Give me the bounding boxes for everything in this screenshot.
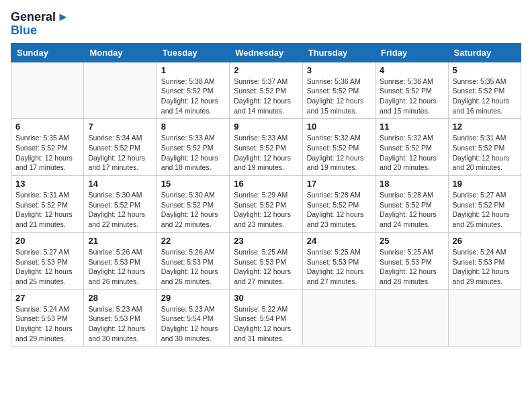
calendar-cell: 22Sunrise: 5:26 AM Sunset: 5:53 PM Dayli… [157,232,229,289]
day-info: Sunrise: 5:28 AM Sunset: 5:52 PM Dayligh… [380,190,443,230]
calendar-cell: 21Sunrise: 5:26 AM Sunset: 5:53 PM Dayli… [84,232,157,289]
calendar-cell: 9Sunrise: 5:33 AM Sunset: 5:52 PM Daylig… [230,119,302,176]
calendar-cell: 1Sunrise: 5:38 AM Sunset: 5:52 PM Daylig… [157,62,229,119]
day-info: Sunrise: 5:27 AM Sunset: 5:53 PM Dayligh… [15,247,79,287]
day-number: 29 [161,293,225,303]
calendar-cell: 15Sunrise: 5:30 AM Sunset: 5:52 PM Dayli… [157,176,229,233]
calendar-cell: 25Sunrise: 5:25 AM Sunset: 5:53 PM Dayli… [375,232,448,289]
logo: General► Blue [11,11,69,38]
day-of-week-header: Sunday [11,43,84,62]
day-number: 1 [161,65,225,75]
calendar-cell [84,62,157,119]
calendar-cell: 26Sunrise: 5:24 AM Sunset: 5:53 PM Dayli… [448,232,521,289]
day-number: 24 [307,236,371,246]
day-number: 25 [380,236,443,246]
calendar-cell: 19Sunrise: 5:27 AM Sunset: 5:52 PM Dayli… [448,176,521,233]
day-number: 14 [88,179,152,189]
day-number: 6 [15,122,79,132]
calendar-cell: 30Sunrise: 5:22 AM Sunset: 5:54 PM Dayli… [230,289,302,347]
day-number: 28 [88,293,152,303]
calendar-cell: 20Sunrise: 5:27 AM Sunset: 5:53 PM Dayli… [11,232,84,289]
calendar-cell: 7Sunrise: 5:34 AM Sunset: 5:52 PM Daylig… [84,119,157,176]
day-info: Sunrise: 5:35 AM Sunset: 5:52 PM Dayligh… [15,133,79,173]
day-number: 2 [234,65,298,75]
day-number: 20 [15,236,79,246]
day-of-week-header: Thursday [302,43,375,62]
day-info: Sunrise: 5:26 AM Sunset: 5:53 PM Dayligh… [161,247,225,287]
calendar-cell [302,289,375,347]
calendar-cell: 28Sunrise: 5:23 AM Sunset: 5:53 PM Dayli… [84,289,157,347]
day-number: 13 [15,179,79,189]
day-number: 10 [307,122,371,132]
day-number: 7 [88,122,152,132]
calendar-cell: 24Sunrise: 5:25 AM Sunset: 5:53 PM Dayli… [302,232,375,289]
day-of-week-header: Friday [375,43,448,62]
day-info: Sunrise: 5:36 AM Sunset: 5:52 PM Dayligh… [307,77,371,116]
day-number: 16 [234,179,298,189]
day-info: Sunrise: 5:25 AM Sunset: 5:53 PM Dayligh… [234,247,298,287]
calendar-cell: 2Sunrise: 5:37 AM Sunset: 5:52 PM Daylig… [230,62,302,119]
day-of-week-header: Monday [84,43,157,62]
day-number: 22 [161,236,225,246]
day-info: Sunrise: 5:35 AM Sunset: 5:52 PM Dayligh… [453,77,517,116]
day-number: 9 [234,122,298,132]
day-number: 3 [307,65,371,75]
day-of-week-header: Saturday [448,43,521,62]
day-info: Sunrise: 5:25 AM Sunset: 5:53 PM Dayligh… [380,247,443,287]
calendar-cell: 18Sunrise: 5:28 AM Sunset: 5:52 PM Dayli… [375,176,448,233]
calendar-cell [375,289,448,347]
day-info: Sunrise: 5:38 AM Sunset: 5:52 PM Dayligh… [161,77,225,116]
day-info: Sunrise: 5:31 AM Sunset: 5:52 PM Dayligh… [15,190,79,230]
day-number: 26 [453,236,517,246]
day-info: Sunrise: 5:36 AM Sunset: 5:52 PM Dayligh… [380,77,443,116]
calendar-cell: 16Sunrise: 5:29 AM Sunset: 5:52 PM Dayli… [230,176,302,233]
calendar-cell [11,62,84,119]
day-info: Sunrise: 5:30 AM Sunset: 5:52 PM Dayligh… [161,190,225,230]
day-info: Sunrise: 5:33 AM Sunset: 5:52 PM Dayligh… [234,133,298,173]
page-header: General► Blue [11,11,521,38]
day-number: 27 [15,293,79,303]
day-number: 5 [453,65,517,75]
day-info: Sunrise: 5:23 AM Sunset: 5:54 PM Dayligh… [161,304,225,344]
calendar-cell: 4Sunrise: 5:36 AM Sunset: 5:52 PM Daylig… [375,62,448,119]
calendar-week-row: 20Sunrise: 5:27 AM Sunset: 5:53 PM Dayli… [11,232,521,289]
calendar-cell: 11Sunrise: 5:32 AM Sunset: 5:52 PM Dayli… [375,119,448,176]
calendar-cell: 10Sunrise: 5:32 AM Sunset: 5:52 PM Dayli… [302,119,375,176]
calendar-cell: 13Sunrise: 5:31 AM Sunset: 5:52 PM Dayli… [11,176,84,233]
day-info: Sunrise: 5:23 AM Sunset: 5:53 PM Dayligh… [88,304,152,344]
day-info: Sunrise: 5:33 AM Sunset: 5:52 PM Dayligh… [161,133,225,173]
day-info: Sunrise: 5:24 AM Sunset: 5:53 PM Dayligh… [453,247,517,287]
day-of-week-header: Tuesday [157,43,229,62]
day-number: 19 [453,179,517,189]
day-number: 15 [161,179,225,189]
calendar-cell: 27Sunrise: 5:24 AM Sunset: 5:53 PM Dayli… [11,289,84,347]
calendar-cell [448,289,521,347]
day-info: Sunrise: 5:28 AM Sunset: 5:52 PM Dayligh… [307,190,371,230]
day-of-week-header: Wednesday [230,43,302,62]
day-number: 17 [307,179,371,189]
day-info: Sunrise: 5:32 AM Sunset: 5:52 PM Dayligh… [307,133,371,173]
day-info: Sunrise: 5:27 AM Sunset: 5:52 PM Dayligh… [453,190,517,230]
day-info: Sunrise: 5:37 AM Sunset: 5:52 PM Dayligh… [234,77,298,116]
day-number: 4 [380,65,443,75]
day-info: Sunrise: 5:34 AM Sunset: 5:52 PM Dayligh… [88,133,152,173]
calendar-cell: 5Sunrise: 5:35 AM Sunset: 5:52 PM Daylig… [448,62,521,119]
day-number: 21 [88,236,152,246]
day-info: Sunrise: 5:29 AM Sunset: 5:52 PM Dayligh… [234,190,298,230]
calendar-cell: 12Sunrise: 5:31 AM Sunset: 5:52 PM Dayli… [448,119,521,176]
day-info: Sunrise: 5:22 AM Sunset: 5:54 PM Dayligh… [234,304,298,344]
day-number: 11 [380,122,443,132]
day-info: Sunrise: 5:31 AM Sunset: 5:52 PM Dayligh… [453,133,517,173]
day-info: Sunrise: 5:32 AM Sunset: 5:52 PM Dayligh… [380,133,443,173]
calendar-week-row: 1Sunrise: 5:38 AM Sunset: 5:52 PM Daylig… [11,62,521,119]
day-number: 8 [161,122,225,132]
calendar-cell: 14Sunrise: 5:30 AM Sunset: 5:52 PM Dayli… [84,176,157,233]
day-number: 18 [380,179,443,189]
calendar-cell: 29Sunrise: 5:23 AM Sunset: 5:54 PM Dayli… [157,289,229,347]
day-number: 12 [453,122,517,132]
day-info: Sunrise: 5:30 AM Sunset: 5:52 PM Dayligh… [88,190,152,230]
calendar-cell: 17Sunrise: 5:28 AM Sunset: 5:52 PM Dayli… [302,176,375,233]
calendar-cell: 3Sunrise: 5:36 AM Sunset: 5:52 PM Daylig… [302,62,375,119]
day-info: Sunrise: 5:24 AM Sunset: 5:53 PM Dayligh… [15,304,79,344]
day-info: Sunrise: 5:25 AM Sunset: 5:53 PM Dayligh… [307,247,371,287]
